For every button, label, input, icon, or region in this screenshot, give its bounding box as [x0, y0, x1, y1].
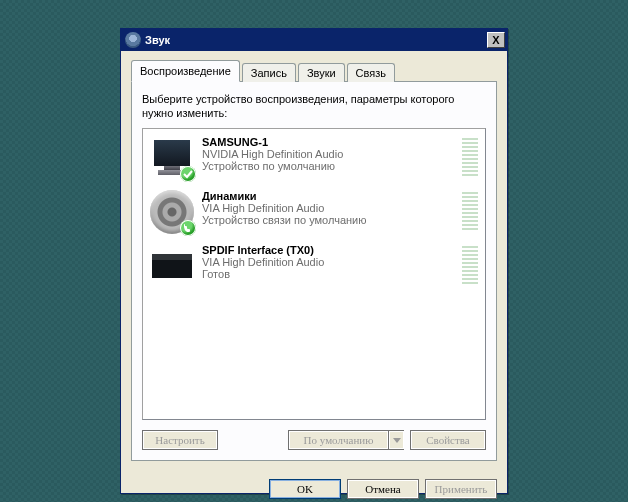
ok-button[interactable]: OK	[269, 479, 341, 499]
device-text: SAMSUNG-1 NVIDIA High Definition Audio У…	[202, 136, 462, 180]
device-desc: VIA High Definition Audio	[202, 256, 462, 268]
device-text: Динамики VIA High Definition Audio Устро…	[202, 190, 462, 234]
device-action-bar: Настроить По умолчанию Свойства	[142, 430, 486, 450]
level-meter-icon	[462, 244, 478, 284]
close-button[interactable]: X	[487, 32, 505, 48]
tab-strip: Воспроизведение Запись Звуки Связь	[131, 59, 497, 81]
default-comm-badge-icon	[180, 220, 196, 236]
sound-icon	[125, 32, 141, 48]
set-default-split-button[interactable]: По умолчанию	[288, 430, 404, 450]
tab-recording[interactable]: Запись	[242, 63, 296, 82]
configure-button[interactable]: Настроить	[142, 430, 218, 450]
properties-button[interactable]: Свойства	[410, 430, 486, 450]
device-list[interactable]: SAMSUNG-1 NVIDIA High Definition Audio У…	[142, 128, 486, 420]
apply-button[interactable]: Применить	[425, 479, 497, 499]
default-check-badge-icon	[180, 166, 196, 182]
tab-playback[interactable]: Воспроизведение	[131, 60, 240, 82]
device-name: Динамики	[202, 190, 462, 202]
device-status: Готов	[202, 268, 462, 280]
level-meter-icon	[462, 136, 478, 176]
sound-dialog: Звук X Воспроизведение Запись Звуки Связ…	[120, 28, 508, 494]
spdif-icon	[150, 244, 194, 288]
cancel-button[interactable]: Отмена	[347, 479, 419, 499]
device-row[interactable]: SAMSUNG-1 NVIDIA High Definition Audio У…	[145, 131, 483, 185]
tab-communications[interactable]: Связь	[347, 63, 395, 82]
instruction-text: Выберите устройство воспроизведения, пар…	[142, 92, 486, 120]
device-desc: VIA High Definition Audio	[202, 202, 462, 214]
monitor-icon	[150, 136, 194, 180]
tab-page: Выберите устройство воспроизведения, пар…	[131, 81, 497, 461]
chevron-down-icon	[393, 438, 401, 444]
level-meter-icon	[462, 190, 478, 230]
dialog-button-bar: OK Отмена Применить	[121, 471, 507, 502]
speaker-icon	[150, 190, 194, 234]
device-status: Устройство связи по умолчанию	[202, 214, 462, 226]
device-row[interactable]: SPDIF Interface (TX0) VIA High Definitio…	[145, 239, 483, 293]
device-desc: NVIDIA High Definition Audio	[202, 148, 462, 160]
device-name: SPDIF Interface (TX0)	[202, 244, 462, 256]
set-default-chevron[interactable]	[388, 430, 404, 450]
client-area: Воспроизведение Запись Звуки Связь Выбер…	[121, 51, 507, 471]
device-name: SAMSUNG-1	[202, 136, 462, 148]
title-bar[interactable]: Звук X	[121, 29, 507, 51]
device-status: Устройство по умолчанию	[202, 160, 462, 172]
device-row[interactable]: Динамики VIA High Definition Audio Устро…	[145, 185, 483, 239]
window-title: Звук	[145, 34, 487, 46]
set-default-button[interactable]: По умолчанию	[288, 430, 388, 450]
device-text: SPDIF Interface (TX0) VIA High Definitio…	[202, 244, 462, 288]
tab-sounds[interactable]: Звуки	[298, 63, 345, 82]
